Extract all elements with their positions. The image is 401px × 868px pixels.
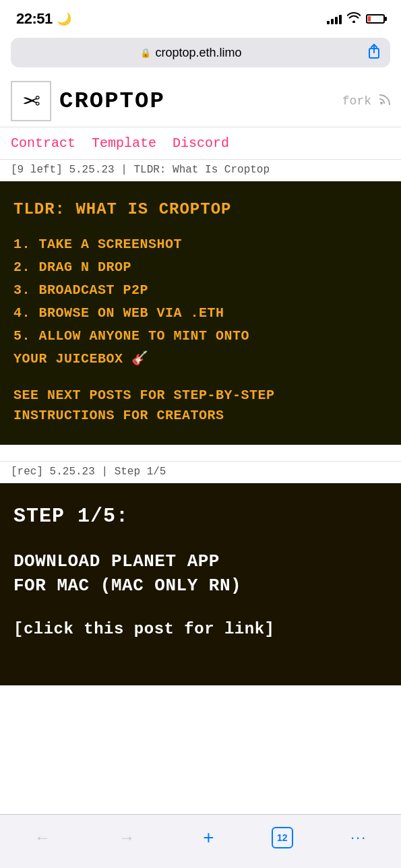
post1-list: 1. TAKE A SCREENSHOT 2. DRAG N DROP 3. B… xyxy=(13,235,388,369)
url-text: croptop.eth.limo xyxy=(155,46,241,60)
svg-point-1 xyxy=(380,102,383,104)
list-item: 5. ALLOW ANYONE TO MINT ONTO xyxy=(13,326,388,346)
lock-icon: 🔒 xyxy=(140,48,151,58)
step-heading: STEP 1/5: xyxy=(13,505,388,528)
logo-area: ✂ CROPTOP xyxy=(11,81,165,121)
step-link: [click this post for link] xyxy=(13,620,388,638)
status-time: 22:51 xyxy=(16,10,53,28)
nav-contract[interactable]: Contract xyxy=(11,135,75,151)
post2-card[interactable]: STEP 1/5: DOWNLOAD PLANET APP FOR MAC (M… xyxy=(0,483,401,685)
step-body-line2: FOR MAC (MAC ONLY RN) xyxy=(13,574,388,598)
site-header: ✂ CROPTOP fork xyxy=(0,73,401,127)
list-item: 3. BROADCAST P2P xyxy=(13,280,388,301)
list-item: 4. BROWSE ON WEB VIA .ETH xyxy=(13,303,388,323)
step-body: DOWNLOAD PLANET APP FOR MAC (MAC ONLY RN… xyxy=(13,549,388,598)
moon-icon: 🌙 xyxy=(57,11,71,26)
logo-box: ✂ xyxy=(11,81,51,121)
bottom-nav: ← → + 12 ··· xyxy=(0,814,401,868)
nav-template[interactable]: Template xyxy=(92,135,156,151)
list-item: YOUR JUICEBOX 🎸 xyxy=(13,349,388,369)
forward-button[interactable]: → xyxy=(108,828,146,847)
battery-icon xyxy=(366,14,385,24)
status-bar: 22:51 🌙 xyxy=(0,0,401,35)
signal-icon xyxy=(327,13,342,24)
add-tab-button[interactable]: + xyxy=(192,827,224,848)
nav-discord[interactable]: Discord xyxy=(173,135,229,151)
post1-footer: SEE NEXT POSTS FOR STEP-BY-STEP INSTRUCT… xyxy=(13,385,388,426)
card-spacer xyxy=(0,445,401,461)
status-icons xyxy=(327,12,385,26)
list-item: 2. DRAG N DROP xyxy=(13,257,388,278)
scissors-icon: ✂ xyxy=(22,88,40,114)
more-button[interactable]: ··· xyxy=(340,829,377,846)
post1-card[interactable]: TLDR: WHAT IS CROPTOP 1. TAKE A SCREENSH… xyxy=(0,181,401,445)
post1-meta: [9 left] 5.25.23 | TLDR: What Is Croptop xyxy=(0,159,401,181)
main-content: ✂ CROPTOP fork Contract Template Discord… xyxy=(0,73,401,739)
share-button[interactable] xyxy=(362,43,381,63)
wifi-icon xyxy=(347,12,361,26)
post1-heading: TLDR: WHAT IS CROPTOP xyxy=(13,200,388,218)
url-bar[interactable]: 🔒 croptop.eth.limo xyxy=(11,38,390,67)
list-item: 1. TAKE A SCREENSHOT xyxy=(13,235,388,255)
site-title: CROPTOP xyxy=(59,88,165,114)
url-bar-content: 🔒 croptop.eth.limo xyxy=(20,46,362,60)
fork-link[interactable]: fork xyxy=(342,94,371,108)
rss-icon xyxy=(379,94,390,108)
site-nav: Contract Template Discord xyxy=(0,127,401,159)
post1-footer-line2: INSTRUCTIONS FOR CREATORS xyxy=(13,406,388,426)
post2-meta: [rec] 5.25.23 | Step 1/5 xyxy=(0,461,401,483)
header-right: fork xyxy=(342,94,390,108)
back-button[interactable]: ← xyxy=(24,828,61,847)
step-body-line1: DOWNLOAD PLANET APP xyxy=(13,549,388,574)
post1-footer-line1: SEE NEXT POSTS FOR STEP-BY-STEP xyxy=(13,385,388,406)
tab-count-button[interactable]: 12 xyxy=(272,827,293,848)
